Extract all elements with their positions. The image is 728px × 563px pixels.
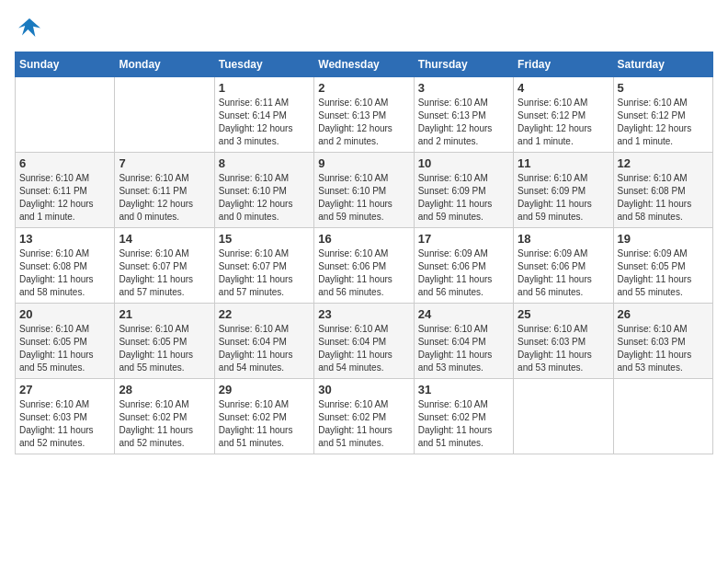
day-number: 18 (518, 232, 609, 246)
weekday-header-friday: Friday (514, 52, 613, 77)
calendar-cell: 16Sunrise: 6:10 AM Sunset: 6:06 PM Dayli… (314, 228, 414, 304)
day-number: 10 (418, 156, 509, 170)
weekday-header-saturday: Saturday (613, 52, 712, 77)
calendar-cell: 20Sunrise: 6:10 AM Sunset: 6:05 PM Dayli… (16, 304, 115, 379)
calendar-cell: 3Sunrise: 6:10 AM Sunset: 6:13 PM Daylig… (414, 77, 513, 153)
calendar-cell: 8Sunrise: 6:10 AM Sunset: 6:10 PM Daylig… (214, 153, 313, 228)
calendar-cell: 6Sunrise: 6:10 AM Sunset: 6:11 PM Daylig… (16, 153, 115, 228)
day-info: Sunrise: 6:10 AM Sunset: 6:03 PM Dayligh… (518, 323, 609, 374)
calendar-cell: 21Sunrise: 6:10 AM Sunset: 6:05 PM Dayli… (115, 304, 214, 379)
day-info: Sunrise: 6:10 AM Sunset: 6:07 PM Dayligh… (119, 247, 210, 299)
day-info: Sunrise: 6:10 AM Sunset: 6:03 PM Dayligh… (618, 323, 709, 374)
calendar-cell (514, 379, 613, 454)
day-info: Sunrise: 6:10 AM Sunset: 6:09 PM Dayligh… (518, 172, 609, 224)
calendar-cell: 12Sunrise: 6:10 AM Sunset: 6:08 PM Dayli… (613, 153, 712, 228)
day-info: Sunrise: 6:10 AM Sunset: 6:08 PM Dayligh… (618, 172, 709, 224)
day-info: Sunrise: 6:10 AM Sunset: 6:02 PM Dayligh… (318, 398, 409, 450)
day-number: 22 (219, 307, 310, 321)
calendar-cell: 5Sunrise: 6:10 AM Sunset: 6:12 PM Daylig… (613, 77, 712, 153)
day-number: 2 (318, 81, 409, 95)
calendar-cell: 11Sunrise: 6:10 AM Sunset: 6:09 PM Dayli… (514, 153, 613, 228)
day-number: 21 (119, 307, 210, 321)
day-info: Sunrise: 6:10 AM Sunset: 6:13 PM Dayligh… (318, 97, 409, 148)
calendar-cell: 17Sunrise: 6:09 AM Sunset: 6:06 PM Dayli… (414, 228, 513, 304)
calendar-cell: 9Sunrise: 6:10 AM Sunset: 6:10 PM Daylig… (314, 153, 414, 228)
calendar-cell: 26Sunrise: 6:10 AM Sunset: 6:03 PM Dayli… (613, 304, 712, 379)
calendar-cell: 31Sunrise: 6:10 AM Sunset: 6:02 PM Dayli… (414, 379, 513, 454)
calendar-cell: 30Sunrise: 6:10 AM Sunset: 6:02 PM Dayli… (314, 379, 414, 454)
calendar-cell: 28Sunrise: 6:10 AM Sunset: 6:02 PM Dayli… (115, 379, 214, 454)
day-info: Sunrise: 6:10 AM Sunset: 6:08 PM Dayligh… (19, 247, 110, 299)
calendar-cell: 27Sunrise: 6:10 AM Sunset: 6:03 PM Dayli… (16, 379, 115, 454)
day-info: Sunrise: 6:10 AM Sunset: 6:06 PM Dayligh… (318, 247, 409, 299)
day-info: Sunrise: 6:11 AM Sunset: 6:14 PM Dayligh… (219, 97, 310, 148)
day-number: 14 (119, 232, 210, 246)
day-info: Sunrise: 6:09 AM Sunset: 6:06 PM Dayligh… (418, 247, 509, 299)
day-info: Sunrise: 6:10 AM Sunset: 6:05 PM Dayligh… (19, 323, 110, 374)
calendar-cell: 15Sunrise: 6:10 AM Sunset: 6:07 PM Dayli… (214, 228, 313, 304)
logo (15, 15, 48, 44)
weekday-header-tuesday: Tuesday (214, 52, 313, 77)
calendar-cell: 24Sunrise: 6:10 AM Sunset: 6:04 PM Dayli… (414, 304, 513, 379)
day-number: 1 (219, 81, 310, 95)
calendar-cell: 29Sunrise: 6:10 AM Sunset: 6:02 PM Dayli… (214, 379, 313, 454)
day-info: Sunrise: 6:10 AM Sunset: 6:02 PM Dayligh… (119, 398, 210, 450)
calendar-cell: 22Sunrise: 6:10 AM Sunset: 6:04 PM Dayli… (214, 304, 313, 379)
calendar-cell: 13Sunrise: 6:10 AM Sunset: 6:08 PM Dayli… (16, 228, 115, 304)
calendar-cell: 4Sunrise: 6:10 AM Sunset: 6:12 PM Daylig… (514, 77, 613, 153)
day-info: Sunrise: 6:10 AM Sunset: 6:09 PM Dayligh… (418, 172, 509, 224)
day-number: 12 (618, 156, 709, 170)
day-number: 17 (418, 232, 509, 246)
day-info: Sunrise: 6:10 AM Sunset: 6:10 PM Dayligh… (219, 172, 310, 224)
day-number: 31 (418, 383, 509, 396)
day-info: Sunrise: 6:10 AM Sunset: 6:10 PM Dayligh… (318, 172, 409, 224)
page-header (15, 15, 713, 44)
day-number: 26 (618, 307, 709, 321)
day-info: Sunrise: 6:09 AM Sunset: 6:05 PM Dayligh… (618, 247, 709, 299)
day-info: Sunrise: 6:10 AM Sunset: 6:02 PM Dayligh… (219, 398, 310, 450)
logo-icon (15, 15, 44, 44)
calendar-cell (115, 77, 214, 153)
day-number: 11 (518, 156, 609, 170)
calendar-cell: 18Sunrise: 6:09 AM Sunset: 6:06 PM Dayli… (514, 228, 613, 304)
calendar-week-row: 27Sunrise: 6:10 AM Sunset: 6:03 PM Dayli… (16, 379, 713, 454)
day-info: Sunrise: 6:10 AM Sunset: 6:02 PM Dayligh… (418, 398, 509, 450)
calendar-week-row: 20Sunrise: 6:10 AM Sunset: 6:05 PM Dayli… (16, 304, 713, 379)
svg-marker-0 (18, 18, 40, 37)
day-number: 28 (119, 383, 210, 396)
day-number: 7 (119, 156, 210, 170)
day-number: 4 (518, 81, 609, 95)
day-number: 23 (318, 307, 409, 321)
day-number: 25 (518, 307, 609, 321)
calendar-week-row: 1Sunrise: 6:11 AM Sunset: 6:14 PM Daylig… (16, 77, 713, 153)
day-info: Sunrise: 6:10 AM Sunset: 6:11 PM Dayligh… (119, 172, 210, 224)
day-info: Sunrise: 6:10 AM Sunset: 6:04 PM Dayligh… (418, 323, 509, 374)
calendar-cell (16, 77, 115, 153)
day-info: Sunrise: 6:10 AM Sunset: 6:04 PM Dayligh… (219, 323, 310, 374)
day-number: 29 (219, 383, 310, 396)
day-number: 5 (618, 81, 709, 95)
day-info: Sunrise: 6:10 AM Sunset: 6:11 PM Dayligh… (19, 172, 110, 224)
day-number: 9 (318, 156, 409, 170)
calendar-cell: 19Sunrise: 6:09 AM Sunset: 6:05 PM Dayli… (613, 228, 712, 304)
day-number: 30 (318, 383, 409, 396)
day-number: 27 (19, 383, 110, 396)
day-number: 13 (19, 232, 110, 246)
calendar-cell: 1Sunrise: 6:11 AM Sunset: 6:14 PM Daylig… (214, 77, 313, 153)
day-info: Sunrise: 6:10 AM Sunset: 6:13 PM Dayligh… (418, 97, 509, 148)
day-info: Sunrise: 6:10 AM Sunset: 6:07 PM Dayligh… (219, 247, 310, 299)
day-number: 20 (19, 307, 110, 321)
weekday-header-row: SundayMondayTuesdayWednesdayThursdayFrid… (16, 52, 713, 77)
calendar-cell: 23Sunrise: 6:10 AM Sunset: 6:04 PM Dayli… (314, 304, 414, 379)
calendar-week-row: 6Sunrise: 6:10 AM Sunset: 6:11 PM Daylig… (16, 153, 713, 228)
day-number: 16 (318, 232, 409, 246)
day-number: 8 (219, 156, 310, 170)
day-number: 6 (19, 156, 110, 170)
calendar-cell: 25Sunrise: 6:10 AM Sunset: 6:03 PM Dayli… (514, 304, 613, 379)
weekday-header-wednesday: Wednesday (314, 52, 414, 77)
calendar-cell: 10Sunrise: 6:10 AM Sunset: 6:09 PM Dayli… (414, 153, 513, 228)
calendar-cell: 2Sunrise: 6:10 AM Sunset: 6:13 PM Daylig… (314, 77, 414, 153)
weekday-header-sunday: Sunday (16, 52, 115, 77)
calendar-cell: 14Sunrise: 6:10 AM Sunset: 6:07 PM Dayli… (115, 228, 214, 304)
day-number: 15 (219, 232, 310, 246)
